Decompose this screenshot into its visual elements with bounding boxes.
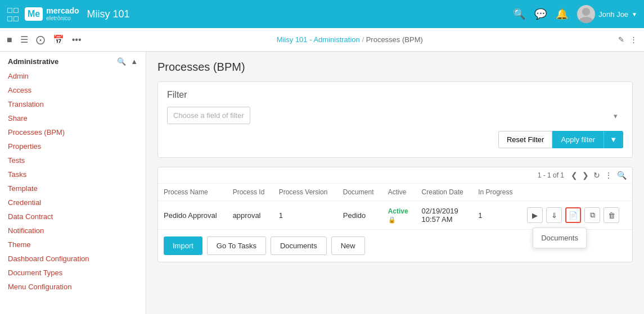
- table-row: Pedido Approval approval 1 Pedido: [158, 201, 632, 230]
- cell-document: Pedido: [337, 201, 382, 230]
- sidebar-item-credential[interactable]: Credential: [0, 195, 146, 210]
- table-more-icon[interactable]: ⋮: [605, 171, 613, 180]
- grid-icon[interactable]: ◻◻◻◻: [7, 6, 19, 22]
- refresh-icon[interactable]: ↻: [593, 171, 600, 180]
- app-title: Miisy 101: [87, 8, 514, 20]
- page-title: Processes (BPM): [157, 61, 633, 74]
- columns-view-icon[interactable]: ⨀: [36, 34, 45, 45]
- sidebar-item-document-types[interactable]: Document Types: [0, 266, 146, 280]
- sidebar-collapse-icon[interactable]: ▲: [130, 57, 138, 66]
- apply-filter-button[interactable]: Apply filter: [552, 131, 604, 148]
- next-page-icon[interactable]: ❯: [582, 171, 589, 180]
- sidebar-item-share[interactable]: Share: [0, 111, 146, 125]
- filter-row: Choose a field of filter: [167, 107, 623, 124]
- table-header-row: Process Name Process Id Process Version …: [158, 184, 632, 201]
- sidebar-item-theme[interactable]: Theme: [0, 238, 146, 252]
- download-button[interactable]: ⇓: [546, 207, 562, 223]
- cell-process-version: 1: [273, 201, 337, 230]
- logo-area: ◻◻◻◻ Me mercado eletrônico: [7, 6, 79, 22]
- sidebar-item-access[interactable]: Access: [0, 83, 146, 97]
- cell-process-name: Pedido Approval: [158, 201, 227, 230]
- sidebar-item-dashboard-config[interactable]: Dashboard Configuration: [0, 252, 146, 266]
- processes-table: Process Name Process Id Process Version …: [158, 184, 632, 229]
- reset-filter-button[interactable]: Reset Filter: [498, 131, 552, 148]
- user-dropdown-icon[interactable]: ▼: [632, 11, 637, 17]
- breadcrumb-parent[interactable]: Miisy 101 - Administration: [277, 35, 360, 44]
- main-content: Processes (BPM) Filter Choose a field of…: [146, 52, 644, 314]
- search-icon[interactable]: 🔍: [513, 8, 525, 20]
- documents-button[interactable]: 📄 Documents: [565, 207, 581, 223]
- sidebar-item-processes-bpm[interactable]: Processes (BPM): [0, 125, 146, 139]
- sidebar-item-data-contract[interactable]: Data Contract: [0, 210, 146, 224]
- expand-button[interactable]: ⧉: [584, 207, 600, 223]
- col-process-name: Process Name: [158, 184, 227, 201]
- sidebar-header: Administrative 🔍 ▲: [0, 52, 146, 69]
- nav-icons: 🔍 💬 🔔 Jonh Joe ▼: [513, 5, 637, 23]
- logo-text: Me: [28, 9, 40, 19]
- sidebar-item-properties[interactable]: Properties: [0, 139, 146, 153]
- active-badge: Active 🔒: [388, 207, 408, 224]
- user-menu[interactable]: Jonh Joe ▼: [577, 5, 637, 23]
- list-view-icon[interactable]: ☰: [20, 34, 28, 45]
- table-toolbar: 1 - 1 of 1 ❮ ❯ ↻ ⋮ 🔍: [158, 167, 632, 184]
- col-actions: [521, 184, 632, 201]
- sidebar-item-translation[interactable]: Translation: [0, 97, 146, 111]
- view-icons: ■ ☰ ⨀ 📅 •••: [7, 34, 81, 45]
- pagination-info: 1 - 1 of 1: [538, 171, 564, 179]
- import-button[interactable]: Import: [164, 236, 202, 255]
- sidebar-item-notification[interactable]: Notification: [0, 224, 146, 238]
- filter-title: Filter: [167, 90, 623, 100]
- filter-actions: Reset Filter Apply filter ▼: [167, 131, 623, 148]
- sidebar-search-icon[interactable]: 🔍: [117, 57, 126, 66]
- col-process-id: Process Id: [227, 184, 273, 201]
- calendar-view-icon[interactable]: 📅: [53, 34, 64, 45]
- svg-point-0: [582, 8, 590, 16]
- sidebar-item-template[interactable]: Template: [0, 181, 146, 195]
- documents-tooltip: Documents: [533, 227, 587, 248]
- col-creation-date: Creation Date: [416, 184, 473, 201]
- avatar: [577, 5, 595, 23]
- go-to-tasks-button[interactable]: Go To Tasks: [207, 236, 266, 255]
- sidebar-header-icons: 🔍 ▲: [117, 57, 138, 66]
- col-active: Active: [382, 184, 416, 201]
- sidebar: Administrative 🔍 ▲ Admin Access Translat…: [0, 52, 146, 314]
- secondary-toolbar: ■ ☰ ⨀ 📅 ••• Miisy 101 - Administration /…: [0, 28, 644, 52]
- sidebar-item-menu-config[interactable]: Menu Configuration: [0, 280, 146, 294]
- cell-active: Active 🔒: [382, 201, 416, 230]
- col-document: Document: [337, 184, 382, 201]
- svg-point-1: [579, 17, 593, 23]
- apply-filter-dropdown-button[interactable]: ▼: [604, 131, 623, 148]
- play-button[interactable]: ▶: [527, 207, 543, 223]
- col-process-version: Process Version: [273, 184, 337, 201]
- cell-in-progress: 1: [472, 201, 521, 230]
- sidebar-item-admin[interactable]: Admin: [0, 69, 146, 83]
- cell-row-actions: ▶ ⇓ 📄 Documents ⧉ 🗑: [521, 201, 632, 230]
- sidebar-item-tasks[interactable]: Tasks: [0, 167, 146, 181]
- table-section: 1 - 1 of 1 ❮ ❯ ↻ ⋮ 🔍 Process Name Proces…: [157, 167, 633, 262]
- cell-creation-date: 02/19/2019 10:57 AM: [416, 201, 473, 230]
- bell-icon[interactable]: 🔔: [556, 8, 568, 20]
- grid-view-icon[interactable]: ■: [7, 35, 12, 45]
- lock-icon: 🔒: [388, 216, 396, 223]
- table-search-icon[interactable]: 🔍: [617, 171, 627, 180]
- brand-name-wrap: mercado eletrônico: [46, 6, 79, 22]
- filter-select[interactable]: Choose a field of filter: [167, 107, 250, 124]
- main-layout: Administrative 🔍 ▲ Admin Access Translat…: [0, 52, 644, 314]
- filter-box: Filter Choose a field of filter Reset Fi…: [157, 81, 633, 158]
- more-options-icon[interactable]: ⋮: [630, 35, 637, 44]
- breadcrumb: Miisy 101 - Administration / Processes (…: [277, 35, 423, 44]
- top-navbar: ◻◻◻◻ Me mercado eletrônico Miisy 101 🔍 💬…: [0, 0, 644, 28]
- edit-icon[interactable]: ✎: [618, 35, 624, 44]
- prev-page-icon[interactable]: ❮: [571, 171, 578, 180]
- sidebar-item-tests[interactable]: Tests: [0, 153, 146, 167]
- chat-icon[interactable]: 💬: [534, 8, 547, 20]
- more-views-icon[interactable]: •••: [72, 35, 82, 45]
- documents-action-button[interactable]: Documents: [271, 236, 327, 255]
- brand-main: mercado: [46, 6, 79, 16]
- toolbar-right-icons: ✎ ⋮: [618, 35, 637, 44]
- breadcrumb-separator: /: [362, 35, 366, 44]
- new-button[interactable]: New: [331, 236, 365, 255]
- logo-box: Me: [25, 7, 43, 21]
- delete-button[interactable]: 🗑: [604, 207, 619, 223]
- user-name: Jonh Joe: [598, 10, 628, 19]
